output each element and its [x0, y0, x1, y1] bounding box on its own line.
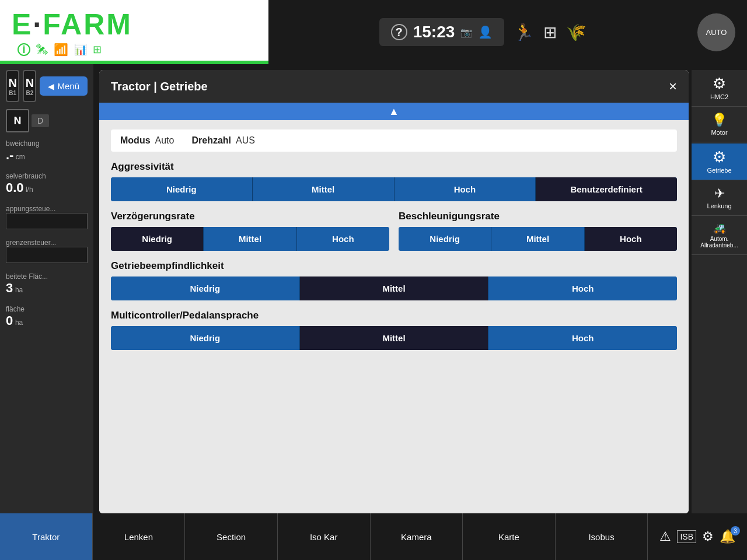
- menu-button[interactable]: ◀ Menü: [40, 76, 88, 96]
- logo-area: E·FARM i 🛰 📶 📊 ⊞: [0, 0, 268, 64]
- left-sidebar: N B1 N B2 ◀ Menü N D bweichung .- cm sel…: [0, 64, 93, 513]
- tab-section[interactable]: Section: [185, 513, 278, 560]
- grid-nav-icon: ⊞: [543, 23, 557, 42]
- scroll-up-button[interactable]: ▲: [99, 103, 689, 120]
- getriebeempf-mittel[interactable]: Mittel: [300, 276, 489, 300]
- beschleunigungsrate-hoch[interactable]: Hoch: [585, 227, 677, 251]
- appung-input[interactable]: [6, 213, 88, 229]
- motor-label: Motor: [711, 129, 727, 136]
- notification-badge[interactable]: 🔔 3: [720, 529, 735, 544]
- multicontroller-group: Niedrig Mittel Hoch: [111, 326, 677, 350]
- sidebar-stat-abweichung: bweichung .- cm: [6, 137, 88, 165]
- bottom-bar: Traktor Lenken Section Iso Kar Kamera Ka…: [0, 513, 747, 560]
- hmc2-label: HMC2: [710, 93, 728, 100]
- aggressivitaet-section: Aggressivität Niedrig Mittel Hoch Benutz…: [111, 161, 677, 201]
- tab-karte[interactable]: Karte: [463, 513, 556, 560]
- gear-indicator-b1: N B1: [6, 70, 19, 102]
- multicontroller-title: Multicontroller/Pedalansprache: [111, 310, 677, 321]
- modal-header: Tractor | Getriebe ×: [99, 70, 689, 103]
- sidebar-stat-flaeche2: fläche 0 ha: [6, 303, 88, 331]
- tab-traktor[interactable]: Traktor: [0, 513, 93, 560]
- camera-icon: 📷: [460, 27, 472, 38]
- logo-wifi-icon: 📶: [54, 43, 68, 57]
- allrad-label: Autom. Allradantrieb...: [694, 236, 745, 249]
- modus-info: Modus Auto: [120, 135, 174, 146]
- beschleunigungsrate-section: Beschleunigungsrate Niedrig Mittel Hoch: [399, 211, 677, 251]
- gear-indicator-b2: N B2: [23, 70, 36, 102]
- top-bar: E·FARM i 🛰 📶 📊 ⊞ ? 15:23 📷 👤 🏃 ⊞ 🌾 AUTO: [0, 0, 747, 64]
- warning-icon[interactable]: ⚠: [659, 529, 671, 544]
- modal-close-button[interactable]: ×: [669, 78, 677, 94]
- rate-row: Verzögerungsrate Niedrig Mittel Hoch Bes…: [111, 211, 677, 260]
- getriebe-icon: ⚙: [713, 149, 726, 164]
- user-icon[interactable]: 👤: [478, 25, 493, 39]
- verzoegerungsrate-mittel[interactable]: Mittel: [204, 227, 296, 251]
- logo-text: E·FARM: [12, 8, 132, 41]
- right-nav-lenkung[interactable]: ✈ Lenkung: [692, 181, 747, 216]
- beschleunigungsrate-niedrig[interactable]: Niedrig: [399, 227, 491, 251]
- logo-satellite-icon: 🛰: [36, 43, 48, 57]
- beschleunigungsrate-group: Niedrig Mittel Hoch: [399, 227, 677, 251]
- verzoegerungsrate-group: Niedrig Mittel Hoch: [111, 227, 389, 251]
- gear-d-indicator: D: [32, 114, 49, 127]
- aggressivitaet-group: Niedrig Mittel Hoch Benutzerdefiniert: [111, 177, 677, 201]
- tab-lenken[interactable]: Lenken: [93, 513, 186, 560]
- getriebe-label: Getriebe: [707, 167, 731, 174]
- modal-window: Tractor | Getriebe × ▲ Modus Auto Drehza…: [99, 70, 689, 513]
- grenzen-input[interactable]: [6, 247, 88, 263]
- bottom-tabs: Traktor Lenken Section Iso Kar Kamera Ka…: [0, 513, 648, 560]
- beschleunigungsrate-title: Beschleunigungsrate: [399, 211, 677, 222]
- aggressivitaet-hoch[interactable]: Hoch: [395, 177, 536, 201]
- question-icon[interactable]: ?: [391, 24, 407, 40]
- verzoegerungsrate-section: Verzögerungsrate Niedrig Mittel Hoch: [111, 211, 389, 251]
- right-nav-getriebe[interactable]: ⚙ Getriebe: [692, 144, 747, 180]
- multicontroller-niedrig[interactable]: Niedrig: [111, 326, 300, 350]
- motor-icon: 💡: [711, 114, 727, 127]
- time-display: ? 15:23 📷 👤: [379, 18, 505, 46]
- sidebar-stat-verbrauch: selverbrauch 0.0 l/h: [6, 170, 88, 198]
- aggressivitaet-benutzerdefiniert[interactable]: Benutzerdefiniert: [536, 177, 677, 201]
- verzoegerungsrate-niedrig[interactable]: Niedrig: [111, 227, 204, 251]
- aggressivitaet-title: Aggressivität: [111, 161, 677, 173]
- right-nav-panel: ⚙ HMC2 💡 Motor ⚙ Getriebe ✈ Lenkung 🚜 Au…: [692, 70, 747, 513]
- aggressivitaet-niedrig[interactable]: Niedrig: [111, 177, 253, 201]
- getriebeempf-niedrig[interactable]: Niedrig: [111, 276, 300, 300]
- logo-grid-icon: ⊞: [93, 43, 102, 56]
- tab-isobus[interactable]: Isobus: [556, 513, 648, 560]
- right-nav-hmc2[interactable]: ⚙ HMC2: [692, 70, 747, 107]
- getriebeempfindlichkeit-group: Niedrig Mittel Hoch: [111, 276, 677, 300]
- logo-signal-icon: 📊: [74, 43, 87, 56]
- lenkung-icon: ✈: [714, 187, 725, 200]
- getriebeempfindlichkeit-section: Getriebeempfindlichkeit Niedrig Mittel H…: [111, 260, 677, 300]
- gear-n-main: N: [6, 109, 29, 132]
- isb-icon[interactable]: ISB: [677, 530, 696, 543]
- verzoegerungsrate-hoch[interactable]: Hoch: [297, 227, 389, 251]
- info-row: Modus Auto Drehzahl AUS: [111, 130, 677, 152]
- verzoegerungsrate-title: Verzögerungsrate: [111, 211, 389, 222]
- multicontroller-hoch[interactable]: Hoch: [488, 326, 677, 350]
- modal-title: Tractor | Getriebe: [111, 80, 208, 93]
- right-nav-motor[interactable]: 💡 Motor: [692, 108, 747, 142]
- aggressivitaet-mittel[interactable]: Mittel: [253, 177, 395, 201]
- speed-dial-icon: 🏃: [514, 23, 534, 42]
- auto-button[interactable]: AUTO: [697, 13, 735, 51]
- settings-slash-icon[interactable]: ⚙: [702, 529, 714, 544]
- right-nav-allrad[interactable]: 🚜 Autom. Allradantrieb...: [692, 217, 747, 255]
- beschleunigungsrate-mittel[interactable]: Mittel: [491, 227, 584, 251]
- farm-icon: 🌾: [566, 23, 587, 42]
- lenkung-label: Lenkung: [707, 202, 731, 209]
- tab-isokar[interactable]: Iso Kar: [278, 513, 371, 560]
- getriebeempfindlichkeit-title: Getriebeempfindlichkeit: [111, 260, 677, 272]
- multicontroller-section: Multicontroller/Pedalansprache Niedrig M…: [111, 310, 677, 350]
- hmc2-icon: ⚙: [713, 76, 726, 91]
- multicontroller-mittel[interactable]: Mittel: [300, 326, 489, 350]
- bottom-right-icons: ⚠ ISB ⚙ 🔔 3: [648, 529, 747, 544]
- tab-kamera[interactable]: Kamera: [371, 513, 463, 560]
- allrad-icon: 🚜: [713, 223, 726, 233]
- clock-time: 15:23: [413, 23, 455, 41]
- getriebeempf-hoch[interactable]: Hoch: [488, 276, 677, 300]
- modal-overlay: Tractor | Getriebe × ▲ Modus Auto Drehza…: [93, 64, 747, 513]
- modal-body: Modus Auto Drehzahl AUS Aggressivität Ni…: [99, 120, 689, 513]
- logo-info-icon: i: [18, 43, 30, 56]
- sidebar-stat-flaeche: beitete Fläc... 3 ha: [6, 270, 88, 298]
